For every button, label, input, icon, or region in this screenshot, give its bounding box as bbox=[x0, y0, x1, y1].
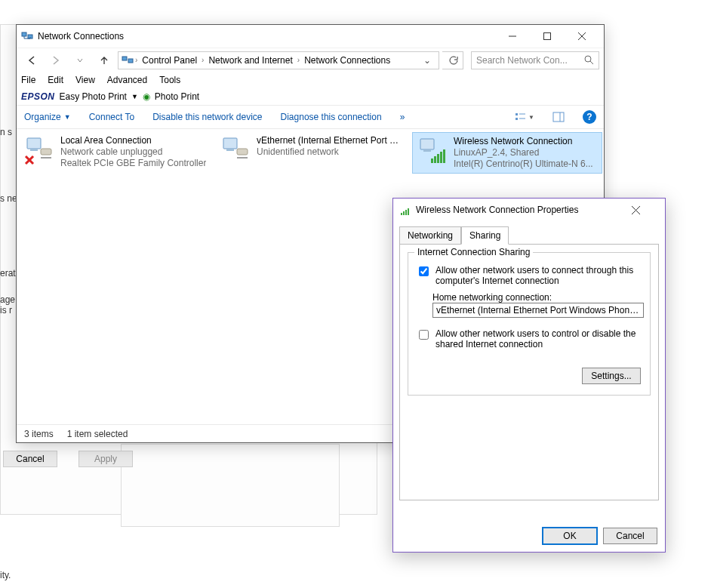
svg-rect-26 bbox=[420, 139, 434, 149]
preview-pane-button[interactable] bbox=[552, 112, 565, 122]
svg-rect-18 bbox=[41, 149, 51, 155]
wireless-icon bbox=[417, 136, 448, 166]
menu-bar: File Edit View Advanced Tools bbox=[17, 72, 604, 88]
allow-control-checkbox[interactable]: Allow other network users to control or … bbox=[416, 328, 642, 349]
allow-connect-checkbox[interactable]: Allow other network users to connect thr… bbox=[416, 265, 642, 286]
connection-item-wireless[interactable]: Wireless Network Connection LinuxAP_2.4,… bbox=[412, 132, 602, 174]
status-selected-count: 1 item selected bbox=[67, 429, 128, 439]
svg-rect-34 bbox=[403, 211, 405, 215]
dialog-buttons: OK Cancel bbox=[543, 528, 657, 544]
forward-button[interactable] bbox=[45, 51, 66, 69]
bg-cancel-button[interactable]: Cancel bbox=[3, 451, 57, 467]
back-button[interactable] bbox=[21, 51, 42, 69]
ethernet-icon bbox=[220, 135, 251, 165]
svg-rect-16 bbox=[27, 138, 41, 149]
menu-advanced[interactable]: Advanced bbox=[107, 75, 147, 85]
chevron-right-icon: › bbox=[135, 56, 137, 64]
ok-button[interactable]: OK bbox=[543, 528, 597, 544]
organize-button[interactable]: Organize ▼ bbox=[24, 112, 71, 122]
bg-text: erati bbox=[0, 268, 17, 279]
dialog-tabs: Networking Sharing bbox=[393, 221, 665, 244]
chevron-right-icon: › bbox=[202, 56, 204, 64]
menu-edit[interactable]: Edit bbox=[48, 75, 63, 85]
navigation-bar: › Control Panel › Network and Internet ›… bbox=[17, 48, 604, 72]
chevron-down-icon: ▼ bbox=[64, 113, 71, 121]
wireless-properties-dialog: Wireless Network Connection Properties N… bbox=[392, 198, 666, 553]
search-input[interactable]: Search Network Con... bbox=[471, 51, 599, 69]
connection-status: Network cable unplugged bbox=[60, 146, 206, 158]
svg-rect-17 bbox=[30, 149, 38, 151]
tab-sharing[interactable]: Sharing bbox=[461, 226, 509, 245]
background-dialog-buttons: Cancel Apply bbox=[0, 448, 136, 485]
overflow-button[interactable]: » bbox=[400, 112, 405, 122]
epson-brand: EPSON bbox=[21, 91, 55, 102]
connection-adapter: Realtek PCIe GBE Family Controller bbox=[60, 158, 206, 169]
connection-item-local-area[interactable]: Local Area Connection Network cable unpl… bbox=[20, 132, 210, 172]
address-icon bbox=[122, 54, 134, 66]
menu-tools[interactable]: Tools bbox=[159, 75, 180, 85]
svg-rect-24 bbox=[237, 149, 248, 155]
maximize-button[interactable] bbox=[530, 25, 565, 48]
breadcrumb[interactable]: Network Connections bbox=[301, 55, 393, 66]
allow-connect-checkbox-input[interactable] bbox=[419, 266, 429, 276]
home-connection-select[interactable]: vEthernet (Internal Ethernet Port Window… bbox=[432, 303, 644, 318]
svg-rect-7 bbox=[128, 59, 133, 63]
svg-rect-27 bbox=[423, 149, 431, 152]
dialog-titlebar: Wireless Network Connection Properties bbox=[393, 199, 665, 221]
breadcrumb[interactable]: Control Panel bbox=[139, 55, 200, 66]
ics-groupbox: Internet Connection Sharing Allow other … bbox=[408, 252, 651, 396]
address-dropdown[interactable]: ⌄ bbox=[419, 55, 435, 66]
search-icon bbox=[584, 55, 594, 65]
bg-apply-button[interactable]: Apply bbox=[78, 451, 133, 467]
bg-text: is r bbox=[0, 305, 12, 316]
epson-easy-photo-print[interactable]: Easy Photo Print bbox=[60, 91, 127, 102]
svg-rect-22 bbox=[223, 138, 237, 149]
menu-view[interactable]: View bbox=[75, 75, 95, 85]
epson-photo-print[interactable]: Photo Print bbox=[155, 91, 199, 102]
breadcrumb[interactable]: Network and Internet bbox=[205, 55, 295, 66]
allow-control-checkbox-input[interactable] bbox=[419, 330, 429, 340]
svg-rect-30 bbox=[437, 154, 439, 163]
connect-to-button[interactable]: Connect To bbox=[89, 112, 135, 122]
svg-rect-36 bbox=[408, 208, 409, 215]
tab-networking[interactable]: Networking bbox=[399, 226, 461, 245]
bg-text: n s bbox=[0, 127, 12, 137]
organize-label: Organize bbox=[24, 112, 61, 122]
view-options-button[interactable]: ▼ bbox=[515, 112, 534, 122]
disable-device-button[interactable]: Disable this network device bbox=[152, 112, 262, 122]
svg-rect-28 bbox=[431, 159, 433, 163]
recent-dropdown[interactable] bbox=[69, 51, 91, 69]
svg-rect-23 bbox=[226, 149, 234, 151]
menu-file[interactable]: File bbox=[21, 75, 35, 85]
chevron-down-icon[interactable]: ▼ bbox=[131, 93, 138, 100]
svg-rect-35 bbox=[405, 210, 407, 215]
command-bar: Organize ▼ Connect To Disable this netwo… bbox=[17, 105, 604, 129]
diagnose-connection-button[interactable]: Diagnose this connection bbox=[281, 112, 382, 122]
titlebar: Network Connections bbox=[17, 25, 604, 48]
close-button[interactable] bbox=[632, 206, 659, 214]
svg-rect-14 bbox=[553, 112, 564, 122]
chevron-down-icon: ▼ bbox=[528, 114, 534, 121]
chevron-right-icon: › bbox=[297, 56, 300, 64]
minimize-button[interactable] bbox=[495, 25, 530, 48]
svg-point-8 bbox=[585, 56, 591, 62]
address-bar[interactable]: › Control Panel › Network and Internet ›… bbox=[118, 51, 439, 69]
svg-rect-29 bbox=[434, 156, 436, 163]
bg-text: ity. bbox=[0, 570, 11, 580]
wireless-properties-icon bbox=[399, 204, 411, 216]
connection-adapter: Intel(R) Centrino(R) Ultimate-N 6... bbox=[454, 159, 593, 170]
help-button[interactable]: ? bbox=[583, 110, 596, 124]
svg-rect-11 bbox=[515, 118, 518, 120]
svg-rect-3 bbox=[544, 33, 551, 40]
svg-rect-33 bbox=[401, 213, 402, 215]
background-panel-2 bbox=[121, 444, 340, 527]
svg-rect-10 bbox=[515, 113, 518, 115]
home-connection-label: Home networking connection: bbox=[432, 292, 642, 303]
refresh-button[interactable] bbox=[442, 51, 463, 69]
sharing-tab-content: Internet Connection Sharing Allow other … bbox=[399, 244, 659, 500]
settings-button[interactable]: Settings... bbox=[582, 368, 641, 384]
connection-item-vethernet[interactable]: vEthernet (Internal Ethernet Port Window… bbox=[216, 132, 406, 168]
close-button[interactable] bbox=[565, 25, 599, 48]
up-button[interactable] bbox=[94, 51, 115, 69]
cancel-button[interactable]: Cancel bbox=[603, 528, 657, 544]
